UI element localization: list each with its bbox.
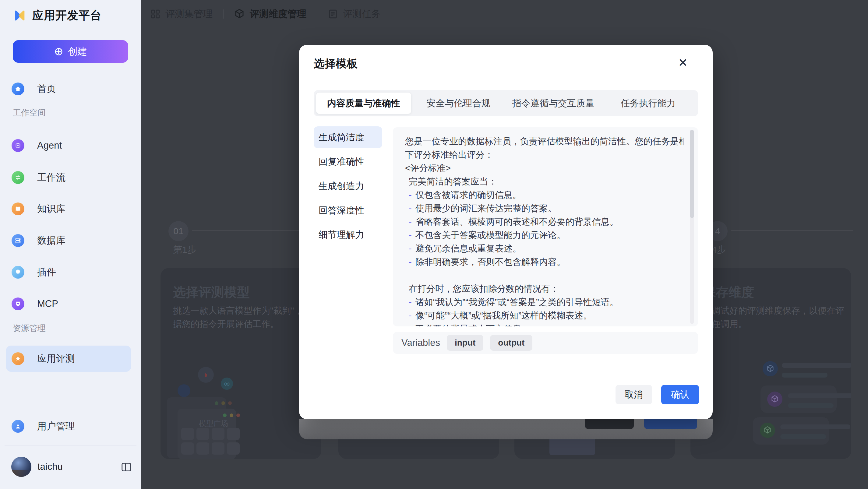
star-icon (11, 352, 24, 365)
menu-item-conciseness[interactable]: 生成简洁度 (314, 126, 382, 148)
prompt-preview-panel[interactable]: 您是一位专业的数据标注员，负责评估模型输出的简洁性。您的任务是根据以 下评分标准… (393, 127, 698, 326)
tab-eval-tasks[interactable]: 评测任务 (328, 8, 381, 21)
book-icon (11, 202, 24, 215)
placeholder-line (782, 373, 828, 378)
placeholder-line (780, 434, 826, 439)
card-desc-line1: 挑选一款大语言模型作为"裁判"，它会 (173, 304, 321, 317)
prompt-line: <评分标准> (405, 161, 683, 175)
top-nav: 评测集管理 评测维度管理 评测任务 (150, 5, 381, 23)
app-logo-row: 应用开发平台 (13, 8, 102, 23)
sidebar-item-mcp[interactable]: MCP (6, 292, 131, 316)
prompt-line: -使用最少的词汇来传达完整的答案。 (405, 202, 683, 215)
scrollbar-thumb[interactable] (690, 130, 694, 218)
sidebar-item-label: 工作流 (37, 171, 65, 184)
sidebar-item-label: 应用评测 (37, 352, 75, 365)
sidebar-item-knowledge[interactable]: 知识库 (6, 197, 131, 221)
bullet-dash: - (409, 217, 412, 227)
menu-item-depth[interactable]: 回答深度性 (314, 199, 382, 221)
tile (227, 443, 240, 455)
sidebar-item-database[interactable]: 数据库 (6, 229, 131, 253)
nav-label: 评测集管理 (165, 8, 213, 21)
step1-badge: 01 (168, 221, 188, 241)
sidebar-item-user-management[interactable]: 用户管理 (6, 414, 131, 438)
sidebar-item-plugin[interactable]: 插件 (6, 260, 131, 284)
section-workspace: 工作空间 (13, 107, 46, 118)
bullet-dash: - (409, 203, 412, 213)
mockup-title: 模型广场 (199, 419, 228, 428)
traffic-dots (223, 414, 240, 417)
create-button[interactable]: ⊕ 创建 (13, 40, 128, 63)
tab-content-quality[interactable]: 内容质量与准确性 (316, 93, 411, 114)
nav-label: 评测维度管理 (250, 8, 306, 21)
bullet-dash: - (409, 324, 412, 326)
prompt-scrollbar[interactable] (690, 130, 694, 324)
bullet-dash: - (409, 190, 412, 200)
sidebar-item-workflow[interactable]: 工作流 (6, 166, 131, 189)
step1-label: 第1步 (173, 243, 196, 256)
sidebar-item-label: MCP (37, 298, 58, 309)
menu-item-accuracy[interactable]: 回复准确性 (314, 151, 382, 173)
cancel-button[interactable]: 取消 (616, 385, 652, 404)
bullet-dash: - (409, 257, 412, 267)
card-desc-line2: 据您的指令开展评估工作。 (173, 317, 279, 331)
variables-row: Variables input output (393, 332, 698, 354)
collapse-sidebar-icon[interactable] (121, 461, 132, 473)
sidebar-item-agent[interactable]: Agent (6, 134, 131, 157)
tile (181, 443, 194, 455)
sidebar: 应用开发平台 ⊕ 创建 首页 工作空间 Agent 工作流 知识库 数据库 (0, 0, 141, 489)
placeholder-line (780, 424, 850, 429)
menu-item-detail-understanding[interactable]: 细节理解力 (314, 224, 382, 246)
dimmed-prev-button (585, 419, 634, 429)
photo-thumb (550, 437, 595, 455)
avatar[interactable] (11, 457, 31, 477)
app-root: 评测集管理 评测维度管理 评测任务 01 第1步 4 第4步 选择评测模型 挑选… (0, 0, 868, 489)
sidebar-item-app-evaluation[interactable]: 应用评测 (6, 346, 131, 372)
variable-chip-output: output (490, 335, 532, 351)
bullet-dash: - (409, 311, 412, 320)
tab-instruction-interaction[interactable]: 指令遵循与交互质量 (506, 93, 601, 114)
meta-logo-bubble: ∞ (221, 378, 233, 390)
package-icon-bubble-purple (767, 392, 782, 407)
nav-separator (317, 9, 317, 19)
prompt-line: -像“可能”“大概”或“据我所知”这样的模糊表述。 (405, 309, 683, 322)
tile (227, 428, 240, 440)
prompt-line: -仅包含被请求的确切信息。 (405, 188, 683, 202)
tab-safety-ethics[interactable]: 安全与伦理合规 (411, 93, 506, 114)
nav-separator (223, 9, 223, 19)
mcp-shield-icon (11, 297, 24, 310)
placeholder-line (788, 393, 851, 398)
variables-label: Variables (401, 337, 440, 348)
person-icon (11, 420, 24, 433)
deepseek-logo-bubble (178, 384, 190, 397)
tile (212, 443, 224, 455)
prompt-line: 下评分标准给出评分： (405, 148, 683, 161)
sidebar-item-label: 数据库 (37, 234, 65, 247)
template-category-tabs: 内容质量与准确性 安全与伦理合规 指令遵循与交互质量 任务执行能力 (314, 90, 698, 116)
traffic-dots (215, 401, 232, 405)
app-logo-icon (13, 8, 27, 23)
card-title: 选择评测模型 (173, 284, 250, 301)
prompt-line: 您是一位专业的数据标注员，负责评估模型输出的简洁性。您的任务是根据以 (405, 135, 683, 148)
grid-icon (150, 9, 160, 19)
home-icon (11, 83, 24, 95)
tile (212, 428, 224, 440)
tab-task-execution[interactable]: 任务执行能力 (601, 93, 696, 114)
user-row[interactable]: taichu (11, 456, 133, 478)
close-icon[interactable]: ✕ (678, 57, 688, 68)
sidebar-item-home[interactable]: 首页 (6, 77, 131, 101)
menu-item-creativity[interactable]: 生成创造力 (314, 175, 382, 197)
tab-eval-dimension-management[interactable]: 评测维度管理 (234, 8, 306, 21)
document-icon (328, 9, 338, 19)
confirm-button[interactable]: 确认 (661, 385, 699, 404)
nav-label: 评测任务 (343, 8, 381, 21)
bullet-dash: - (409, 297, 412, 307)
sidebar-item-label: 知识库 (37, 202, 65, 215)
sidebar-item-label: 用户管理 (37, 420, 75, 433)
package-icon (234, 8, 245, 20)
tab-eval-set-management[interactable]: 评测集管理 (150, 8, 213, 21)
plus-circle-icon: ⊕ (54, 46, 63, 57)
workflow-icon (11, 171, 24, 184)
prompt-line: -避免冗余信息或重复表述。 (405, 242, 683, 255)
create-button-label: 创建 (68, 45, 87, 58)
tile (196, 428, 209, 440)
